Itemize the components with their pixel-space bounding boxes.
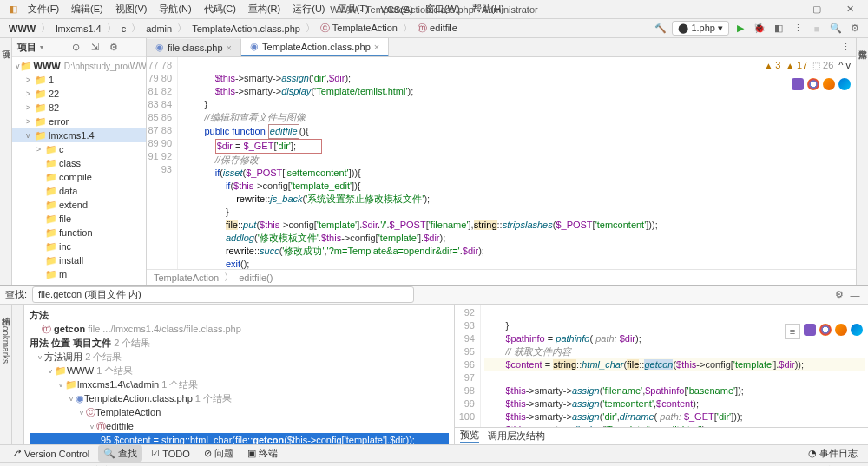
hide-icon[interactable]: — xyxy=(125,40,141,56)
open-in-browser-icons xyxy=(792,78,851,90)
find-scope[interactable]: file.getcon (项目文件 内) xyxy=(32,286,414,303)
problems-tab[interactable]: ⊘ 问题 xyxy=(199,445,239,462)
window-minimize[interactable]: — xyxy=(771,3,797,15)
expand-all-icon[interactable]: ⇲ xyxy=(87,40,102,56)
tree-row[interactable]: 📁inc xyxy=(12,240,146,253)
bc-item[interactable]: admin xyxy=(142,23,175,35)
preview-pane: 92 93 94 95 96 97 98 99 100 } $pathinfo … xyxy=(454,305,868,444)
tree-row[interactable]: 📁function xyxy=(12,226,146,240)
tree-row[interactable]: 📁compile xyxy=(12,170,146,184)
window-maximize[interactable]: ▢ xyxy=(804,3,830,15)
menu-navigate[interactable]: 导航(N) xyxy=(154,1,196,17)
window-title: WWW - TemplateAction.class.php - Adminis… xyxy=(330,4,537,15)
bc-root[interactable]: WWW xyxy=(5,23,39,35)
tree-row[interactable]: v📁 WWW D:\phpstudy_pro\WWW xyxy=(12,59,146,73)
crumb-item[interactable]: TemplateAction xyxy=(154,272,219,283)
hide-icon[interactable]: — xyxy=(847,287,863,303)
bookmarks-tab[interactable]: Bookmarks xyxy=(0,315,11,369)
close-icon[interactable]: × xyxy=(227,43,232,53)
window-close[interactable]: ✕ xyxy=(837,3,863,15)
tab-list-icon[interactable]: ⋮ xyxy=(840,40,856,56)
editor[interactable]: 77 78 79 80 81 82 83 84 85 86 87 88 89 9… xyxy=(147,57,856,269)
usages-tree[interactable]: 方法 ⓜ getcon file .../lmxcms1.4/class/fil… xyxy=(24,305,454,444)
preview-gutter: 92 93 94 95 96 97 98 99 100 xyxy=(455,305,481,427)
navigation-bar: WWW 〉 lmxcms1.4 〉 c 〉 admin 〉 TemplateAc… xyxy=(0,19,868,38)
menu-view[interactable]: 视图(V) xyxy=(110,1,153,17)
editor-breadcrumb: TemplateAction 〉 editfile() xyxy=(147,269,856,285)
tree-row[interactable]: 📁file xyxy=(12,212,146,226)
stop-icon[interactable]: ■ xyxy=(809,21,825,36)
crumb-item[interactable]: editfile() xyxy=(239,272,273,283)
preview-tab[interactable]: 预览 xyxy=(460,429,479,443)
coverage-icon[interactable]: ◧ xyxy=(771,21,786,36)
find-toolbar xyxy=(12,305,24,444)
project-tree[interactable]: v📁 WWW D:\phpstudy_pro\WWW >📁1>📁22>📁82>📁… xyxy=(12,57,146,283)
weak-warning-indicator[interactable]: ⬚ 26 xyxy=(812,59,833,72)
tree-row[interactable]: >📁82 xyxy=(12,101,146,115)
todo-tab[interactable]: ☑ TODO xyxy=(146,446,195,461)
editor-tabs: ◉file.class.php× ◉TemplateAction.class.p… xyxy=(147,38,856,57)
code-area[interactable]: $this->smarty->assign('dir',$dir); $this… xyxy=(178,57,856,269)
tree-row[interactable]: >📁c xyxy=(12,142,146,156)
bc-item[interactable]: ⓜ editfile xyxy=(414,21,461,36)
debug-icon[interactable]: 🐞 xyxy=(752,21,767,36)
menu-edit[interactable]: 编辑(E) xyxy=(66,1,108,17)
editor-tab[interactable]: ◉TemplateAction.class.php× xyxy=(241,38,389,56)
run-icon[interactable]: ▶ xyxy=(733,21,748,36)
bottom-toolwindow-bar: ⎇ Version Control 🔍 查找 ☑ TODO ⊘ 问题 ▣ 终端 … xyxy=(0,444,868,462)
bc-item[interactable]: lmxcms1.4 xyxy=(52,23,105,35)
tree-row[interactable]: >📁22 xyxy=(12,87,146,101)
bc-item[interactable]: TemplateAction.class.php xyxy=(188,23,304,35)
search-everywhere-icon[interactable]: 🔍 xyxy=(828,21,844,36)
chrome-icon[interactable] xyxy=(807,78,819,90)
preview-tab[interactable]: 调用层次结构 xyxy=(488,430,545,443)
version-control-tab[interactable]: ⎇ Version Control xyxy=(5,446,95,461)
find-tab[interactable]: 🔍 查找 xyxy=(98,445,142,462)
project-panel-title: 项目 xyxy=(17,41,36,54)
menu-refactor[interactable]: 重构(R) xyxy=(243,1,286,17)
event-log-tab[interactable]: ◔ 事件日志 xyxy=(803,445,863,462)
firefox-icon[interactable] xyxy=(823,78,835,90)
usage-result-row[interactable]: 95 $content = string::html_char(file::ge… xyxy=(30,433,449,444)
close-icon[interactable]: × xyxy=(374,42,379,52)
terminal-tab[interactable]: ▣ 终端 xyxy=(242,445,283,462)
warning-indicator[interactable]: ▲ 17 xyxy=(786,59,807,72)
edge-icon[interactable] xyxy=(851,324,863,336)
menu-file[interactable]: 文件(F) xyxy=(23,1,64,17)
settings-icon[interactable]: ⚙ xyxy=(832,287,847,303)
editor-area: ◉file.class.php× ◉TemplateAction.class.p… xyxy=(147,38,856,285)
tree-row[interactable]: >📁error xyxy=(12,115,146,128)
tree-row[interactable]: 📁data xyxy=(12,184,146,198)
select-opened-file-icon[interactable]: ⊙ xyxy=(68,40,83,56)
run-config-selector[interactable]: ⬤ 1.php ▾ xyxy=(672,21,729,36)
build-icon[interactable]: 🔨 xyxy=(653,21,668,36)
right-toolwindow-bar: 数据库 xyxy=(856,38,868,285)
chrome-icon[interactable] xyxy=(819,324,832,336)
bc-item[interactable]: c xyxy=(118,23,130,35)
tree-row[interactable]: 📁install xyxy=(12,253,146,267)
reader-mode-icon[interactable]: ≡ xyxy=(785,324,800,339)
settings-icon[interactable]: ⚙ xyxy=(106,40,122,56)
editor-gutter: 77 78 79 80 81 82 83 84 85 86 87 88 89 9… xyxy=(147,57,178,269)
more-run-icon[interactable]: ⋮ xyxy=(790,21,806,36)
settings-icon[interactable]: ⚙ xyxy=(847,21,863,36)
phpstorm-icon[interactable] xyxy=(792,78,804,90)
menu-code[interactable]: 代码(C) xyxy=(199,1,241,17)
tree-row[interactable]: 📁other xyxy=(12,281,146,283)
editor-tab[interactable]: ◉file.class.php× xyxy=(147,39,241,56)
structure-tab[interactable]: 结构 xyxy=(0,305,13,315)
phpstorm-icon[interactable] xyxy=(804,324,816,336)
project-toolwindow-tab[interactable]: 项目 xyxy=(0,38,13,49)
firefox-icon[interactable] xyxy=(835,324,847,336)
find-panel: 查找: file.getcon (项目文件 内) ⚙ — 结构 Bookmark… xyxy=(0,285,868,444)
tree-row[interactable]: 📁extend xyxy=(12,198,146,212)
tree-row[interactable]: v📁lmxcms1.4 xyxy=(12,128,146,142)
menu-run[interactable]: 运行(U) xyxy=(287,1,330,17)
edge-icon[interactable] xyxy=(838,78,851,90)
tree-row[interactable]: 📁m xyxy=(12,267,146,281)
bc-item[interactable]: ⓒ TemplateAction xyxy=(317,21,401,36)
tree-row[interactable]: >📁1 xyxy=(12,73,146,87)
tree-row[interactable]: 📁class xyxy=(12,156,146,170)
error-indicator[interactable]: ▲ 3 xyxy=(765,59,781,72)
database-toolwindow-tab[interactable]: 数据库 xyxy=(856,38,869,49)
